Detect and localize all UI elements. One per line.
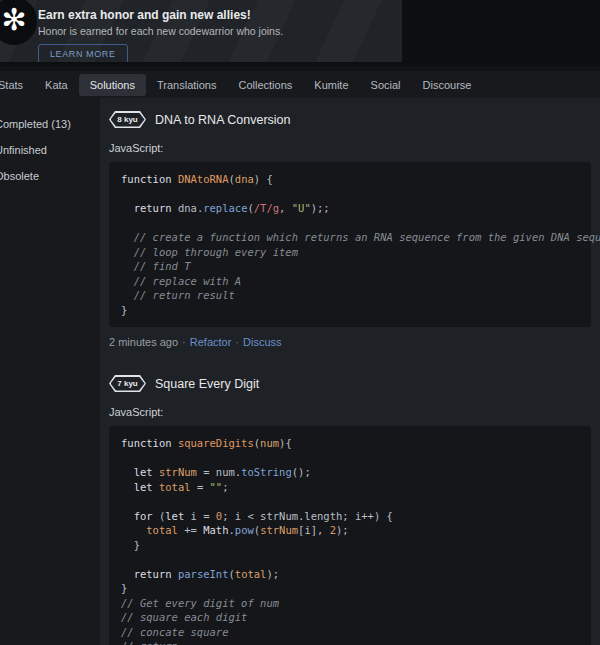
rank-badge-icon: 8 kyu (109, 111, 146, 128)
tab-kata[interactable]: Kata (34, 74, 79, 96)
sidebar-item-unfinished[interactable]: Unfinished (0, 137, 100, 163)
rank-badge-label: 8 kyu (111, 113, 145, 127)
honor-banner: Earn extra honor and gain new allies! Ho… (0, 0, 402, 62)
learn-more-button[interactable]: LEARN MORE (38, 44, 128, 62)
banner-title: Earn extra honor and gain new allies! (38, 8, 402, 22)
discuss-link[interactable]: Discuss (243, 336, 282, 348)
meta-separator: · (235, 336, 239, 348)
tab-translations[interactable]: Translations (146, 74, 228, 96)
rank-badge-icon: 7 kyu (109, 375, 146, 392)
tab-discourse[interactable]: Discourse (412, 74, 483, 96)
solution-timestamp: 2 minutes ago (109, 336, 178, 348)
language-label: JavaScript: (109, 406, 591, 418)
tab-solutions[interactable]: Solutions (79, 74, 146, 96)
sidebar-item-obsolete[interactable]: Obsolete (0, 163, 100, 189)
tab-collections[interactable]: Collections (228, 74, 304, 96)
tab-kumite[interactable]: Kumite (303, 74, 359, 96)
profile-tabs: Stats Kata Solutions Translations Collec… (0, 71, 600, 98)
rank-badge-label: 7 kyu (111, 377, 145, 391)
code-block: function DNAtoRNA(dna) { return dna.repl… (109, 162, 591, 327)
language-label: JavaScript: (109, 142, 591, 154)
kata-title-link[interactable]: DNA to RNA Conversion (155, 113, 290, 127)
content-area: Completed (13) Unfinished Obsolete 8 kyu… (0, 98, 600, 645)
solutions-panel: 8 kyu DNA to RNA Conversion JavaScript: … (100, 98, 600, 645)
kata-title-link[interactable]: Square Every Digit (155, 377, 259, 391)
code-block: function squareDigits(num){ let strNum =… (109, 426, 591, 645)
refactor-link[interactable]: Refactor (190, 336, 232, 348)
solution-meta: 2 minutes ago·Refactor·Discuss (109, 336, 591, 348)
top-banner-area: ✻ Earn extra honor and gain new allies! … (0, 0, 600, 66)
sidebar-item-completed[interactable]: Completed (13) (0, 111, 100, 137)
page: ✻ Earn extra honor and gain new allies! … (0, 0, 600, 645)
solution-header: 7 kyu Square Every Digit (109, 375, 591, 392)
banner-subtitle: Honor is earned for each new codewarrior… (38, 25, 402, 37)
solution-header: 8 kyu DNA to RNA Conversion (109, 111, 591, 128)
tab-social[interactable]: Social (360, 74, 412, 96)
meta-separator: · (182, 336, 186, 348)
solutions-sidebar: Completed (13) Unfinished Obsolete (0, 98, 100, 645)
tab-stats[interactable]: Stats (0, 74, 34, 96)
